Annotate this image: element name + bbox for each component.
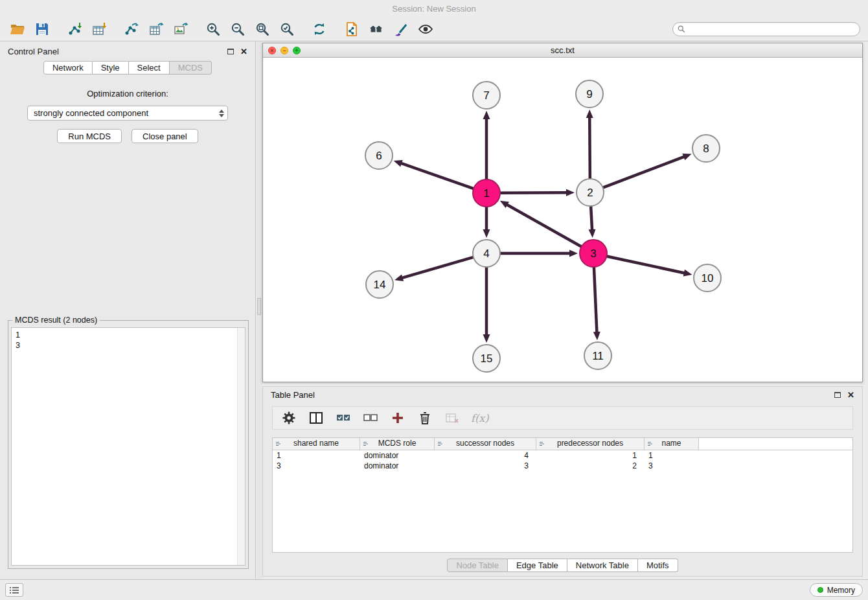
float-panel-icon[interactable] [834, 392, 841, 398]
graph-edge-2-8[interactable] [603, 154, 692, 188]
function-builder-button[interactable]: f(x) [471, 410, 488, 426]
close-panel-icon[interactable]: ✕ [240, 47, 247, 56]
graph-edge-3-11[interactable] [593, 267, 600, 340]
criterion-dropdown[interactable]: strongly connected component [27, 106, 228, 121]
export-table-icon [148, 21, 164, 37]
deselect-all-columns-button[interactable] [362, 410, 379, 426]
graph-node-3[interactable]: 3 [580, 240, 607, 267]
show-hide-button[interactable] [416, 19, 435, 39]
run-mcds-button[interactable]: Run MCDS [57, 129, 122, 143]
graph-edge-1-7[interactable] [483, 111, 490, 179]
graph-edge-1-4[interactable] [483, 207, 490, 238]
graph-edge-1-6[interactable] [394, 160, 474, 189]
columns-icon [308, 410, 324, 426]
scrollbar-track[interactable] [237, 328, 245, 565]
table-row[interactable]: 1dominator411 [273, 450, 852, 461]
column-header-name[interactable]: name [645, 438, 699, 450]
panel-splitter[interactable] [257, 41, 262, 579]
import-table-button[interactable] [89, 19, 109, 39]
close-panel-icon[interactable]: ✕ [847, 391, 854, 399]
tab-node-table[interactable]: Node Table [447, 559, 508, 572]
column-header-mcds-role[interactable]: MCDS role [360, 438, 435, 450]
memory-button[interactable]: Memory [810, 583, 863, 597]
mcds-result-item[interactable]: 3 [16, 340, 245, 351]
close-panel-button[interactable]: Close panel [131, 129, 198, 143]
column-header-predecessor-nodes[interactable]: predecessor nodes [536, 438, 645, 450]
table-cell: 4 [435, 451, 536, 460]
network-canvas[interactable]: 7968124314101511 [263, 58, 862, 382]
search-input[interactable] [672, 22, 860, 36]
graph-node-10[interactable]: 10 [694, 264, 721, 292]
graph-node-15[interactable]: 15 [473, 345, 500, 372]
close-window-button[interactable]: × [268, 47, 276, 54]
mcds-result-item[interactable]: 1 [16, 330, 245, 340]
show-columns-button[interactable] [308, 410, 325, 426]
graph-edge-2-3[interactable] [589, 206, 596, 238]
delete-table-button[interactable] [444, 410, 461, 426]
open-session-button[interactable] [8, 19, 27, 39]
tab-edge-table[interactable]: Edge Table [508, 559, 567, 572]
graph-edge-3-1[interactable] [500, 201, 582, 247]
graph-node-6[interactable]: 6 [365, 142, 393, 169]
graph-edge-3-10[interactable] [607, 256, 692, 276]
tab-motifs[interactable]: Motifs [638, 559, 678, 572]
refresh-button[interactable] [310, 19, 329, 39]
import-table-icon [91, 21, 107, 37]
table-settings-button[interactable] [280, 410, 297, 426]
graph-node-1[interactable]: 1 [473, 179, 500, 207]
graph-node-9[interactable]: 9 [576, 80, 603, 108]
home-button[interactable] [367, 19, 386, 39]
export-network-button[interactable] [122, 19, 141, 39]
zoom-in-button[interactable] [203, 19, 223, 39]
zoom-fit-button[interactable] [253, 19, 272, 39]
graph-node-14[interactable]: 14 [366, 271, 393, 298]
delete-column-button[interactable] [417, 410, 433, 426]
graph-edge-4-3[interactable] [500, 250, 578, 257]
network-document-button[interactable] [342, 19, 361, 39]
graph-edge-4-15[interactable] [483, 267, 490, 343]
graph-edge-1-2[interactable] [500, 189, 575, 196]
tab-network-table[interactable]: Network Table [567, 559, 638, 572]
import-network-button[interactable] [65, 19, 84, 39]
mcds-result-list[interactable]: 13 [11, 327, 246, 566]
memory-label: Memory [827, 586, 855, 595]
node-table: shared nameMCDS rolesuccessor nodesprede… [272, 437, 853, 553]
tab-select[interactable]: Select [129, 61, 170, 75]
graph-node-7[interactable]: 7 [473, 82, 500, 109]
tab-network[interactable]: Network [43, 61, 93, 75]
tab-style[interactable]: Style [93, 61, 129, 75]
column-header-successor-nodes[interactable]: successor nodes [435, 438, 536, 450]
style-button[interactable] [391, 19, 411, 39]
plus-icon [390, 410, 405, 426]
network-window-titlebar[interactable]: × – + scc.txt [263, 43, 862, 58]
svg-text:7: 7 [483, 89, 489, 102]
graph-node-8[interactable]: 8 [692, 135, 720, 162]
float-panel-icon[interactable] [227, 49, 234, 54]
select-all-columns-button[interactable] [335, 410, 352, 426]
tab-mcds[interactable]: MCDS [170, 61, 212, 75]
graph-edge-2-9[interactable] [586, 110, 593, 179]
show-panels-button[interactable] [5, 583, 23, 597]
column-header-shared-name[interactable]: shared name [273, 438, 360, 450]
svg-text:8: 8 [703, 143, 709, 155]
graph-node-11[interactable]: 11 [584, 342, 611, 369]
zoom-selected-button[interactable] [277, 19, 297, 39]
svg-text:2: 2 [587, 187, 593, 199]
export-image-button[interactable] [171, 19, 190, 39]
zoom-selected-icon [279, 21, 295, 37]
splitter-handle[interactable] [257, 298, 261, 315]
floppy-icon [34, 21, 50, 37]
table-row[interactable]: 3dominator323 [273, 461, 852, 471]
network-document-icon [344, 21, 360, 37]
paintbrush-icon [393, 21, 409, 37]
graph-node-4[interactable]: 4 [473, 240, 500, 267]
zoom-window-button[interactable]: + [293, 47, 301, 54]
export-table-button[interactable] [146, 19, 166, 39]
save-session-button[interactable] [32, 19, 52, 39]
graph-edge-4-14[interactable] [394, 257, 474, 281]
zoom-out-button[interactable] [228, 19, 247, 39]
minimize-window-button[interactable]: – [280, 47, 288, 54]
window-title: Session: New Session [392, 4, 475, 14]
create-column-button[interactable] [389, 410, 406, 426]
graph-node-2[interactable]: 2 [577, 179, 604, 206]
